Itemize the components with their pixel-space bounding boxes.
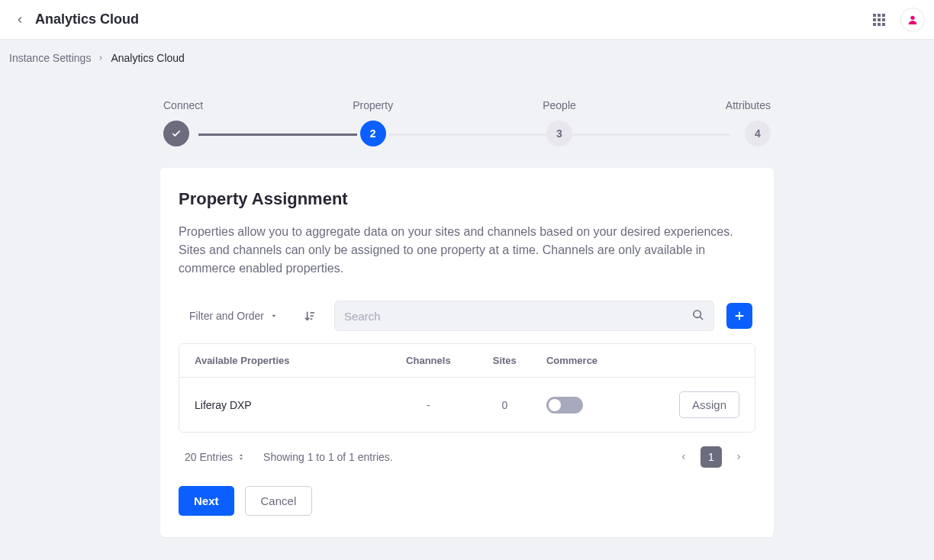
property-assignment-card: Property Assignment Properties allow you… [160,168,774,537]
entries-label: 20 Entries [185,451,233,463]
col-header-name: Available Properties [195,355,388,366]
svg-rect-0 [873,14,876,17]
wizard-dot [163,121,189,146]
svg-marker-18 [240,454,243,456]
svg-line-15 [700,317,703,320]
property-sites: 0 [469,399,540,411]
breadcrumb: Instance Settings Analytics Cloud [0,40,934,76]
col-header-commerce: Commerce [540,355,648,366]
wizard-line [572,134,730,136]
property-name: Liferay DXP [195,399,388,411]
filter-order-button[interactable]: Filter and Order [182,305,285,327]
next-button[interactable]: Next [179,486,234,516]
breadcrumb-current: Analytics Cloud [111,52,185,64]
wizard-dot: 4 [745,121,771,146]
cancel-button[interactable]: Cancel [245,486,313,516]
wizard-step-people[interactable]: People 3 [543,99,576,146]
svg-rect-6 [873,23,876,26]
card-title: Property Assignment [179,189,755,209]
sort-button[interactable] [298,304,322,328]
chevron-left-icon [14,14,25,25]
commerce-toggle[interactable] [546,397,583,414]
card-description: Properties allow you to aggregate data o… [179,223,755,278]
breadcrumb-parent[interactable]: Instance Settings [9,52,91,64]
wizard-step-label: Property [353,99,393,111]
wizard-line [198,134,357,136]
wizard-steps: Connect Property 2 People 3 Attributes 4 [160,99,774,146]
svg-rect-1 [878,14,881,17]
page-title: Analytics Cloud [35,11,139,27]
back-button[interactable] [9,9,31,31]
col-header-action [648,355,739,366]
wizard-step-label: Connect [163,99,203,111]
topbar-right [867,8,925,32]
chevron-left-icon [679,452,688,462]
wizard-dot: 3 [546,121,572,146]
user-avatar[interactable] [900,8,925,32]
sort-icon [304,310,316,322]
col-header-sites: Sites [469,355,540,366]
user-icon [907,14,919,26]
wizard-step-property[interactable]: Property 2 [353,99,393,146]
assign-button[interactable]: Assign [679,391,739,418]
grid-icon [873,14,885,26]
add-property-button[interactable] [726,303,752,329]
plus-icon [733,310,746,322]
properties-table: Available Properties Channels Sites Comm… [179,343,755,433]
toolbar: Filter and Order [179,301,755,331]
table-row: Liferay DXP - 0 Assign [179,378,755,432]
wizard-step-attributes[interactable]: Attributes 4 [726,99,771,146]
svg-rect-4 [878,18,881,21]
svg-rect-3 [873,18,876,21]
svg-point-9 [910,15,914,19]
search-icon [692,309,704,323]
chevron-right-icon [97,52,105,64]
showing-text: Showing 1 to 1 of 1 entries. [263,451,393,463]
property-channels: - [388,399,469,411]
pager-next[interactable] [728,446,749,468]
check-icon [171,128,182,139]
wizard-line [388,134,547,136]
search-field[interactable] [334,301,714,331]
svg-rect-7 [878,23,881,26]
pager-page-1[interactable]: 1 [700,446,722,468]
wizard-step-connect[interactable]: Connect [163,99,203,146]
svg-point-14 [694,311,700,317]
wizard-step-label: People [543,99,576,111]
filter-order-label: Filter and Order [189,310,264,322]
pager: 1 [673,446,749,468]
pagination: 20 Entries Showing 1 to 1 of 1 entries. … [179,433,755,468]
form-actions: Next Cancel [179,486,755,516]
wizard-dot: 2 [360,121,386,146]
updown-icon [237,452,245,462]
svg-rect-5 [882,18,885,21]
topbar: Analytics Cloud [0,0,934,40]
search-input[interactable] [344,310,692,323]
entries-selector[interactable]: 20 Entries [185,451,245,463]
wizard-step-label: Attributes [726,99,771,111]
svg-marker-19 [240,458,243,460]
table-header: Available Properties Channels Sites Comm… [179,344,755,378]
svg-marker-10 [272,315,276,317]
apps-menu-button[interactable] [867,8,891,32]
property-commerce [540,397,648,414]
caret-down-icon [270,312,278,320]
pager-prev[interactable] [673,446,694,468]
svg-rect-8 [882,23,885,26]
svg-rect-2 [882,14,885,17]
col-header-channels: Channels [388,355,469,366]
chevron-right-icon [734,452,743,462]
